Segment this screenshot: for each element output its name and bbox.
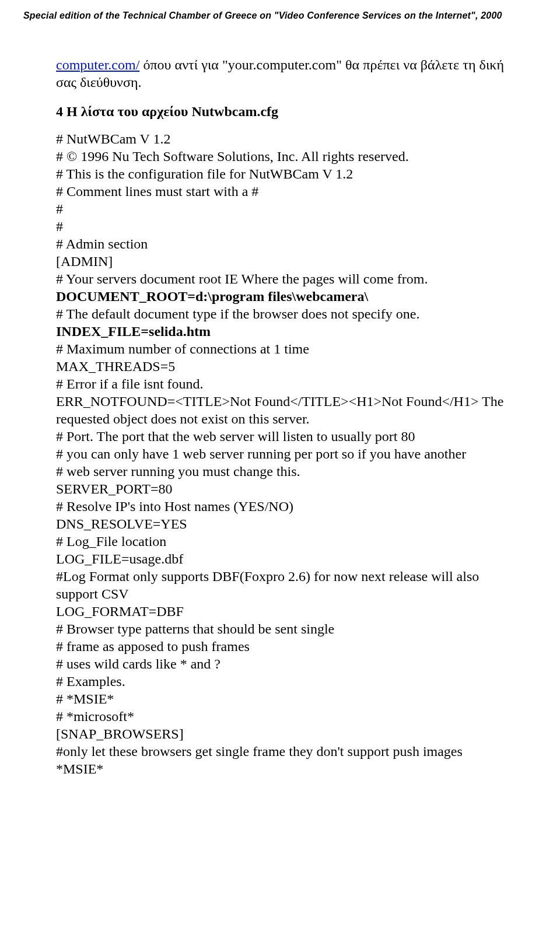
section-title: 4 Η λίστα του αρχείου Nutwbcam.cfg: [23, 104, 537, 120]
cfg-line: DNS_RESOLVE=YES: [56, 515, 504, 533]
cfg-line: # web server running you must change thi…: [56, 463, 504, 480]
computer-com-link[interactable]: computer.com/: [56, 57, 139, 72]
cfg-line: # This is the configuration file for Nut…: [56, 165, 504, 183]
cfg-line: [SNAP_BROWSERS]: [56, 725, 504, 743]
config-block: # NutWBCam V 1.2 # © 1996 Nu Tech Softwa…: [23, 130, 537, 778]
cfg-line: # frame as apposed to push frames: [56, 638, 504, 655]
cfg-line: # you can only have 1 web server running…: [56, 445, 504, 463]
cfg-line: MAX_THREADS=5: [56, 358, 504, 375]
cfg-line: # Port. The port that the web server wil…: [56, 428, 504, 445]
cfg-line: # The default document type if the brows…: [56, 305, 504, 323]
cfg-line: # Error if a file isnt found.: [56, 375, 504, 393]
cfg-line: # *MSIE*: [56, 690, 504, 708]
cfg-line: # *microsoft*: [56, 708, 504, 725]
cfg-line: # Your servers document root IE Where th…: [56, 270, 504, 288]
cfg-line: # Admin section: [56, 235, 504, 253]
page-header: Special edition of the Technical Chamber…: [23, 10, 537, 21]
cfg-line: # © 1996 Nu Tech Software Solutions, Inc…: [56, 148, 504, 165]
cfg-line: LOG_FILE=usage.dbf: [56, 550, 504, 568]
cfg-line: # Comment lines must start with a #: [56, 183, 504, 200]
cfg-line: #: [56, 200, 504, 218]
document-page: Special edition of the Technical Chamber…: [0, 0, 560, 801]
cfg-index-file: INDEX_FILE=selida.htm: [56, 323, 504, 340]
cfg-line: # Maximum number of connections at 1 tim…: [56, 340, 504, 358]
cfg-line: # uses wild cards like * and ?: [56, 655, 504, 673]
cfg-line: #only let these browsers get single fram…: [56, 743, 504, 760]
cfg-line: # Browser type patterns that should be s…: [56, 620, 504, 638]
cfg-line: #Log Format only supports DBF(Foxpro 2.6…: [56, 568, 504, 603]
cfg-line: LOG_FORMAT=DBF: [56, 603, 504, 620]
cfg-line: # Examples.: [56, 673, 504, 690]
intro-paragraph: computer.com/ όπου αντί για "your.comput…: [23, 56, 537, 91]
cfg-line: # NutWBCam V 1.2: [56, 130, 504, 148]
cfg-document-root: DOCUMENT_ROOT=d:\program files\webcamera…: [56, 288, 504, 305]
cfg-line: # Resolve IP's into Host names (YES/NO): [56, 498, 504, 515]
cfg-line: # Log_File location: [56, 533, 504, 550]
cfg-line: #: [56, 218, 504, 235]
cfg-line: [ADMIN]: [56, 253, 504, 270]
cfg-line: ERR_NOTFOUND=<TITLE>Not Found</TITLE><H1…: [56, 393, 504, 428]
cfg-line: SERVER_PORT=80: [56, 480, 504, 498]
cfg-line: *MSIE*: [56, 760, 504, 778]
